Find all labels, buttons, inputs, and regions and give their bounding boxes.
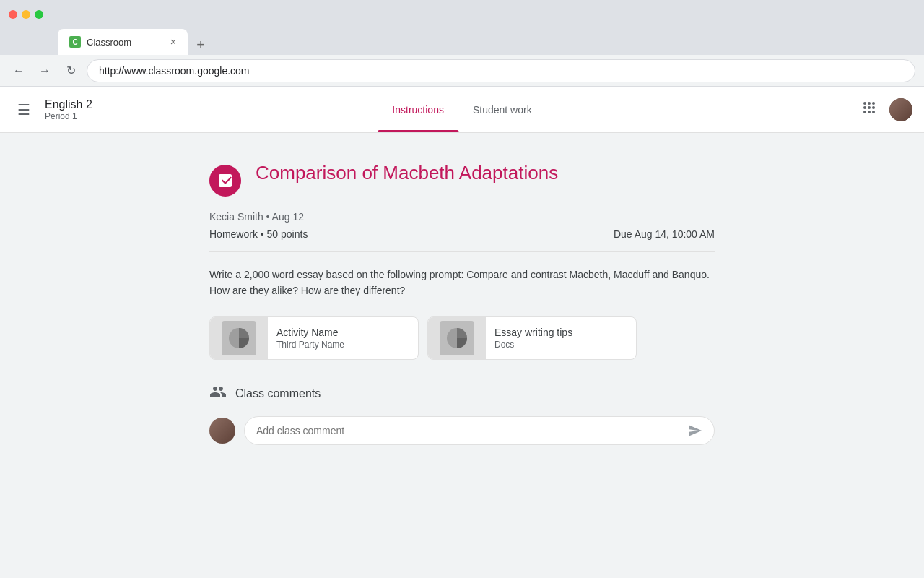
attachment-thumb-inner-2 [440,321,474,355]
attachment-thumb-2 [428,317,486,359]
attachment-source-2: Docs [494,340,572,350]
send-button[interactable] [688,423,702,438]
tab-title: Classroom [87,37,131,48]
attachment-info-2: Essay writing tips Docs [486,321,581,355]
attachment-thumb-inner-1 [222,321,256,355]
app-container: ☰ English 2 Period 1 Instructions Studen… [0,87,924,578]
svg-point-2 [872,102,875,105]
attachments: Activity Name Third Party Name [209,316,715,360]
tab-instructions[interactable]: Instructions [378,87,458,132]
class-name: English 2 [45,98,92,111]
menu-button[interactable]: ☰ [12,95,36,124]
attachment-card-1[interactable]: Activity Name Third Party Name [209,316,419,360]
header-tabs: Instructions Student work [378,87,546,132]
traffic-lights [9,10,43,19]
svg-point-0 [863,102,866,105]
reload-button[interactable]: ↻ [61,61,81,81]
assignment-header: Comparison of Macbeth Adaptations [209,162,715,197]
browser-toolbar: ← → ↻ http://www.classroom.google.com [0,55,924,87]
maximize-button[interactable] [35,10,43,19]
pie-chart-icon-1 [227,327,250,350]
app-header: ☰ English 2 Period 1 Instructions Studen… [0,87,924,133]
minimize-button[interactable] [22,10,30,19]
tab-favicon: C [69,36,81,48]
attachment-info-1: Activity Name Third Party Name [268,321,353,355]
header-right [855,93,912,126]
attachment-name-2: Essay writing tips [494,327,572,338]
comment-input[interactable] [256,425,682,436]
svg-point-1 [868,102,871,105]
assignment-title: Comparison of Macbeth Adaptations [256,162,558,184]
hamburger-icon: ☰ [17,101,30,118]
comments-section: Class comments [209,383,715,445]
user-avatar[interactable] [889,98,912,121]
attachment-name-1: Activity Name [276,327,344,338]
back-button[interactable]: ← [9,61,29,81]
comment-input-row [209,416,715,445]
assignment-points: Homework • 50 points [209,228,308,240]
browser-chrome: C Classroom × + ← → ↻ http://www.classro… [0,0,924,87]
assignment-points-row: Homework • 50 points Due Aug 14, 10:00 A… [209,228,715,240]
new-tab-button[interactable]: + [191,35,211,55]
browser-tab[interactable]: C Classroom × [58,29,188,55]
class-info: English 2 Period 1 [45,98,92,121]
svg-point-7 [868,111,871,113]
svg-point-6 [863,111,866,113]
titlebar [0,0,924,29]
attachment-card-2[interactable]: Essay writing tips Docs [427,316,637,360]
content-card: Comparison of Macbeth Adaptations Kecia … [209,162,715,445]
people-icon [209,383,227,405]
svg-point-5 [872,106,875,109]
comments-title: Class comments [235,387,321,400]
svg-point-4 [868,106,871,109]
main-content: Comparison of Macbeth Adaptations Kecia … [0,133,924,578]
class-period: Period 1 [45,111,92,121]
address-bar[interactable]: http://www.classroom.google.com [87,59,915,82]
url-text: http://www.classroom.google.com [99,65,250,77]
avatar-image [889,98,912,121]
assignment-description: Write a 2,000 word essay based on the fo… [209,267,715,299]
assignment-meta: Kecia Smith • Aug 12 [209,211,715,223]
svg-point-3 [863,106,866,109]
close-button[interactable] [9,10,17,19]
due-date: Due Aug 14, 10:00 AM [614,228,715,240]
comments-header: Class comments [209,383,715,405]
grid-icon[interactable] [855,93,884,126]
assignment-icon [209,165,241,197]
tab-student-work[interactable]: Student work [458,87,546,132]
pie-chart-icon-2 [445,327,468,350]
comment-user-avatar [209,418,235,444]
forward-button[interactable]: → [35,61,55,81]
attachment-source-1: Third Party Name [276,340,344,350]
attachment-thumb-1 [210,317,268,359]
comment-input-wrapper[interactable] [244,416,715,445]
tab-close-button[interactable]: × [170,36,176,48]
svg-point-8 [872,111,875,113]
divider [209,251,715,252]
